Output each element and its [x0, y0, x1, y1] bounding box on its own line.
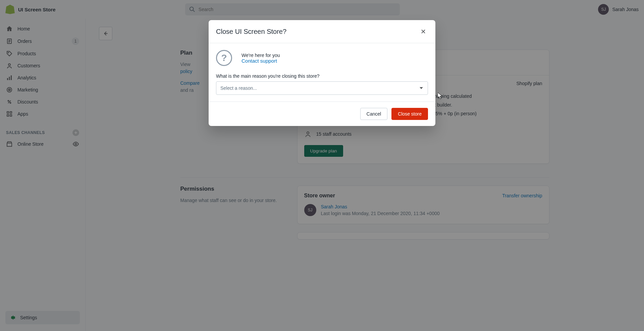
modal-title: Close UI Screen Store?: [216, 28, 286, 36]
modal-close-button[interactable]: [419, 27, 428, 36]
help-title: We're here for you: [241, 53, 280, 58]
reason-select-value: Select a reason...: [220, 85, 257, 91]
close-icon: [420, 28, 426, 35]
reason-select[interactable]: Select a reason...: [216, 81, 428, 95]
contact-support-link[interactable]: Contact support: [241, 58, 280, 64]
modal-overlay[interactable]: Close UI Screen Store? ? We're here for …: [0, 0, 644, 331]
help-row: ? We're here for you Contact support: [216, 50, 428, 66]
reason-label: What is the main reason you're closing t…: [216, 73, 428, 79]
close-store-modal: Close UI Screen Store? ? We're here for …: [209, 20, 435, 126]
close-store-button[interactable]: Close store: [391, 108, 428, 120]
cancel-button[interactable]: Cancel: [360, 108, 388, 120]
question-icon: ?: [216, 50, 232, 66]
